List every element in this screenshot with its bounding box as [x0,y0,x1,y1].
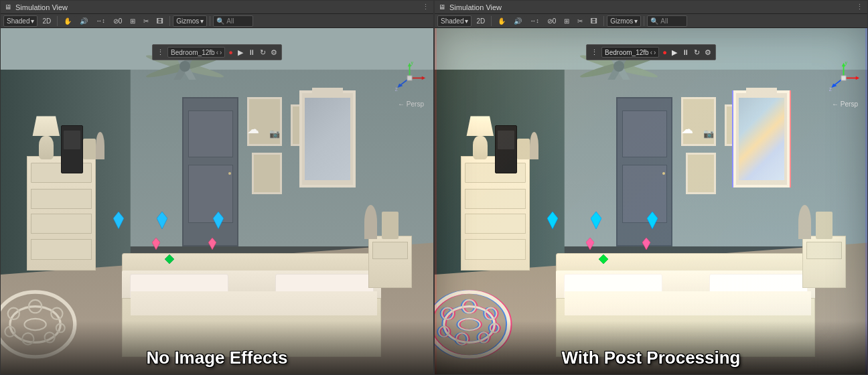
left-more-btn[interactable]: ⋮ [155,48,165,57]
right-scene-name[interactable]: Bedroom_12fb ‹ › [601,47,659,58]
hand-tool-btn[interactable]: ✋ [60,15,75,27]
right-layer-tool-btn[interactable]: 🎞 [587,15,601,27]
right-persp-label: ← Persp [832,100,858,108]
right-hand-tool-btn[interactable]: ✋ [494,15,509,27]
grid-tool-btn[interactable]: ⊞ [127,15,139,27]
left-camera-icon: 📷 [269,129,280,139]
right-playback-bar: ⋮ Bedroom_12fb ‹ › ● ▶ ⏸ ↻ ⚙ [586,44,716,60]
right-panel-header: 🖥 Simulation View ⋮ [435,1,867,14]
right-rotate-icon: ⊘0 [547,17,557,25]
right-pause-btn[interactable]: ⏸ [680,48,691,56]
right-audio-tool-btn[interactable]: 🔊 [510,15,525,27]
left-record-btn[interactable]: ● [227,48,234,56]
left-gizmos-dropdown[interactable]: Gizmos ▾ [173,15,207,27]
right-move-tool-btn[interactable]: ↔↕ [526,15,542,27]
right-scissors-icon: ✂ [577,17,583,25]
right-grid-tool-btn[interactable]: ⊞ [561,15,573,27]
scissors-tool-btn[interactable]: ✂ [140,15,152,27]
left-2d-button[interactable]: 2D [39,15,54,27]
left-search-box[interactable]: 🔍 All [213,15,253,27]
right-loop-btn[interactable]: ↻ [693,48,701,57]
left-scene-bg: ☁ 📷 [1,28,433,374]
right-hand-icon: ✋ [498,17,506,25]
right-scissors-tool-btn[interactable]: ✂ [574,15,586,27]
left-scene-name[interactable]: Bedroom_12fb ‹ › [167,47,225,58]
svg-marker-26 [422,76,425,80]
left-gizmo-axis: y z [393,62,427,95]
right-2d-button[interactable]: 2D [473,15,488,27]
svg-marker-41 [642,238,650,250]
right-search-box[interactable]: 🔍 All [647,15,687,27]
right-camera-icon: 📷 [703,129,714,139]
right-record-btn[interactable]: ● [661,48,668,56]
right-search-icon: 🔍 [650,17,658,25]
right-gizmos-dropdown[interactable]: Gizmos ▾ [607,15,641,27]
left-playback-bar: ⋮ Bedroom_12fb ‹ › ● ▶ ⏸ ↻ ⚙ [152,44,282,60]
right-scene-viewport[interactable]: ☁ 📷 [435,28,867,374]
svg-marker-42 [599,254,608,264]
left-play-btn[interactable]: ▶ [236,48,244,57]
svg-marker-37 [547,212,558,229]
rotate-tool-btn[interactable]: ⊘0 [110,15,126,27]
left-toolbar: Shaded ▾ 2D ✋ 🔊 ↔↕ ⊘0 ⊞ ✂ 🎞 Gizmos ▾ 🔍 A… [1,14,433,28]
left-pause-btn[interactable]: ⏸ [246,48,257,56]
svg-marker-7 [157,212,167,229]
right-search-placeholder: All [660,17,668,25]
left-search-icon: 🔍 [216,17,224,25]
right-caption-overlay: With Post Processing [435,321,867,374]
left-search-placeholder: All [226,17,234,25]
svg-point-5 [179,61,190,72]
left-cloud-icon: ☁ [247,122,259,137]
svg-marker-9 [152,238,160,250]
hand-icon: ✋ [64,17,72,25]
svg-marker-8 [213,212,224,229]
svg-point-36 [613,61,624,72]
right-shading-dropdown[interactable]: Shaded ▾ [437,15,472,27]
right-gizmo-axis: y z [827,62,861,95]
left-scene-viewport[interactable]: ☁ 📷 [1,28,433,374]
layer-icon: 🎞 [157,17,163,25]
svg-text:y: y [411,62,414,66]
right-panel-title: Simulation View [449,3,502,11]
left-settings-btn[interactable]: ⚙ [269,48,279,57]
right-scene-bg: ☁ 📷 [435,28,867,374]
sep3 [210,16,210,26]
layer-tool-btn[interactable]: 🎞 [153,15,167,27]
right-rotate-tool-btn[interactable]: ⊘0 [544,15,560,27]
svg-rect-30 [407,76,412,80]
svg-text:z: z [829,86,832,92]
svg-marker-39 [647,212,658,229]
move-tool-btn[interactable]: ↔↕ [92,15,108,27]
left-shading-dropdown[interactable]: Shaded ▾ [3,15,38,27]
right-play-btn[interactable]: ▶ [670,48,678,57]
sep5 [603,16,604,26]
svg-marker-6 [113,212,124,229]
left-panel: 🖥 Simulation View ⋮ Shaded ▾ 2D ✋ 🔊 ↔↕ ⊘… [0,0,434,375]
svg-text:z: z [395,86,398,92]
rotate-icon: ⊘0 [113,17,123,25]
scissors-icon: ✂ [143,17,149,25]
left-panel-header: 🖥 Simulation View ⋮ [1,1,433,14]
right-more-btn[interactable]: ⋮ [589,48,599,57]
left-panel-title: Simulation View [15,3,68,11]
sep4 [491,16,492,26]
svg-text:y: y [845,62,848,66]
left-caption-text: No Image Effects [147,348,288,368]
right-grid-icon: ⊞ [564,17,569,25]
right-move-icon: ↔↕ [530,17,539,24]
svg-marker-11 [165,254,174,264]
right-more-button[interactable]: ⋮ [856,3,863,11]
right-window-icon: 🖥 [439,3,445,11]
left-more-button[interactable]: ⋮ [422,3,429,11]
svg-marker-40 [586,238,594,250]
right-cloud-icon: ☁ [681,122,693,137]
audio-tool-btn[interactable]: 🔊 [76,15,91,27]
svg-rect-61 [841,76,846,80]
left-loop-btn[interactable]: ↻ [259,48,267,57]
right-panel: 🖥 Simulation View ⋮ Shaded ▾ 2D ✋ 🔊 ↔↕ ⊘… [434,0,868,375]
sep2 [169,16,170,26]
right-settings-btn[interactable]: ⚙ [703,48,713,57]
left-window-icon: 🖥 [5,3,11,11]
right-toolbar: Shaded ▾ 2D ✋ 🔊 ↔↕ ⊘0 ⊞ ✂ 🎞 Gizmos ▾ 🔍 A… [435,14,867,28]
panels-container: 🖥 Simulation View ⋮ Shaded ▾ 2D ✋ 🔊 ↔↕ ⊘… [0,0,868,375]
